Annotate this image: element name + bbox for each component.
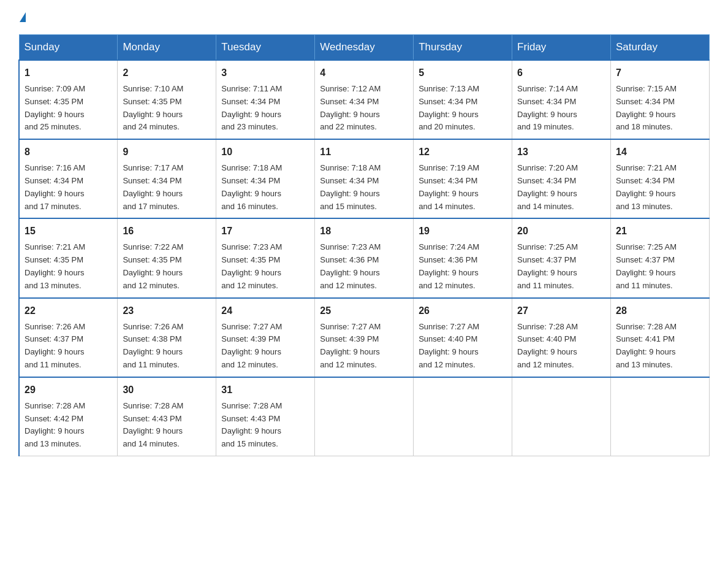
day-number: 7 — [616, 66, 704, 80]
calendar-cell: 2 Sunrise: 7:10 AM Sunset: 4:35 PM Dayli… — [118, 60, 216, 139]
day-info: Sunrise: 7:21 AM Sunset: 4:34 PM Dayligh… — [616, 162, 704, 213]
day-number: 5 — [419, 66, 507, 80]
calendar-cell: 3 Sunrise: 7:11 AM Sunset: 4:34 PM Dayli… — [216, 60, 315, 139]
week-row-4: 22 Sunrise: 7:26 AM Sunset: 4:37 PM Dayl… — [19, 298, 710, 377]
day-info: Sunrise: 7:11 AM Sunset: 4:34 PM Dayligh… — [221, 83, 309, 134]
day-info: Sunrise: 7:09 AM Sunset: 4:35 PM Dayligh… — [25, 83, 112, 134]
day-info: Sunrise: 7:26 AM Sunset: 4:37 PM Dayligh… — [25, 321, 112, 372]
day-info: Sunrise: 7:28 AM Sunset: 4:43 PM Dayligh… — [123, 400, 211, 451]
day-info: Sunrise: 7:21 AM Sunset: 4:35 PM Dayligh… — [25, 241, 112, 292]
calendar-cell: 21 Sunrise: 7:25 AM Sunset: 4:37 PM Dayl… — [611, 218, 710, 297]
day-number: 9 — [123, 145, 211, 159]
calendar-cell — [315, 377, 414, 456]
day-number: 23 — [123, 304, 211, 318]
weekday-header-monday: Monday — [118, 35, 216, 61]
day-number: 27 — [517, 304, 605, 318]
calendar-cell: 5 Sunrise: 7:13 AM Sunset: 4:34 PM Dayli… — [414, 60, 512, 139]
calendar-cell: 29 Sunrise: 7:28 AM Sunset: 4:42 PM Dayl… — [19, 377, 118, 456]
calendar-cell: 17 Sunrise: 7:23 AM Sunset: 4:35 PM Dayl… — [216, 218, 315, 297]
week-row-3: 15 Sunrise: 7:21 AM Sunset: 4:35 PM Dayl… — [19, 218, 710, 297]
calendar-cell — [414, 377, 512, 456]
day-number: 28 — [616, 304, 704, 318]
day-info: Sunrise: 7:16 AM Sunset: 4:34 PM Dayligh… — [25, 162, 112, 213]
day-number: 21 — [616, 224, 704, 239]
day-number: 31 — [221, 383, 309, 397]
day-info: Sunrise: 7:28 AM Sunset: 4:43 PM Dayligh… — [221, 400, 309, 451]
calendar-cell: 30 Sunrise: 7:28 AM Sunset: 4:43 PM Dayl… — [118, 377, 216, 456]
day-info: Sunrise: 7:13 AM Sunset: 4:34 PM Dayligh… — [419, 83, 507, 134]
page-header: Blue — [18, 12, 710, 22]
calendar-cell: 10 Sunrise: 7:18 AM Sunset: 4:34 PM Dayl… — [216, 139, 315, 218]
calendar-cell: 6 Sunrise: 7:14 AM Sunset: 4:34 PM Dayli… — [512, 60, 611, 139]
day-number: 2 — [123, 66, 211, 80]
day-number: 11 — [320, 145, 408, 159]
day-info: Sunrise: 7:27 AM Sunset: 4:40 PM Dayligh… — [419, 321, 507, 372]
day-info: Sunrise: 7:28 AM Sunset: 4:40 PM Dayligh… — [517, 321, 605, 372]
calendar-cell: 16 Sunrise: 7:22 AM Sunset: 4:35 PM Dayl… — [118, 218, 216, 297]
day-info: Sunrise: 7:27 AM Sunset: 4:39 PM Dayligh… — [221, 321, 309, 372]
day-info: Sunrise: 7:24 AM Sunset: 4:36 PM Dayligh… — [419, 241, 507, 292]
weekday-header-sunday: Sunday — [19, 35, 118, 61]
weekday-header-saturday: Saturday — [611, 35, 710, 61]
day-number: 18 — [320, 224, 408, 239]
weekday-header-thursday: Thursday — [414, 35, 512, 61]
calendar-cell: 18 Sunrise: 7:23 AM Sunset: 4:36 PM Dayl… — [315, 218, 414, 297]
calendar-table: SundayMondayTuesdayWednesdayThursdayFrid… — [18, 34, 710, 456]
calendar-cell: 9 Sunrise: 7:17 AM Sunset: 4:34 PM Dayli… — [118, 139, 216, 218]
day-info: Sunrise: 7:28 AM Sunset: 4:42 PM Dayligh… — [25, 400, 112, 451]
day-info: Sunrise: 7:20 AM Sunset: 4:34 PM Dayligh… — [517, 162, 605, 213]
day-info: Sunrise: 7:28 AM Sunset: 4:41 PM Dayligh… — [616, 321, 704, 372]
day-info: Sunrise: 7:18 AM Sunset: 4:34 PM Dayligh… — [221, 162, 309, 213]
calendar-cell: 11 Sunrise: 7:18 AM Sunset: 4:34 PM Dayl… — [315, 139, 414, 218]
calendar-cell: 26 Sunrise: 7:27 AM Sunset: 4:40 PM Dayl… — [414, 298, 512, 377]
calendar-cell: 27 Sunrise: 7:28 AM Sunset: 4:40 PM Dayl… — [512, 298, 611, 377]
logo-triangle-icon — [20, 12, 26, 22]
day-number: 30 — [123, 383, 211, 397]
calendar-cell: 24 Sunrise: 7:27 AM Sunset: 4:39 PM Dayl… — [216, 298, 315, 377]
day-number: 22 — [25, 304, 112, 318]
day-number: 29 — [25, 383, 112, 397]
day-info: Sunrise: 7:10 AM Sunset: 4:35 PM Dayligh… — [123, 83, 211, 134]
day-number: 12 — [419, 145, 507, 159]
day-info: Sunrise: 7:23 AM Sunset: 4:35 PM Dayligh… — [221, 241, 309, 292]
calendar-cell: 20 Sunrise: 7:25 AM Sunset: 4:37 PM Dayl… — [512, 218, 611, 297]
day-number: 14 — [616, 145, 704, 159]
day-info: Sunrise: 7:27 AM Sunset: 4:39 PM Dayligh… — [320, 321, 408, 372]
day-info: Sunrise: 7:23 AM Sunset: 4:36 PM Dayligh… — [320, 241, 408, 292]
week-row-2: 8 Sunrise: 7:16 AM Sunset: 4:34 PM Dayli… — [19, 139, 710, 218]
day-number: 17 — [221, 224, 309, 239]
week-row-1: 1 Sunrise: 7:09 AM Sunset: 4:35 PM Dayli… — [19, 60, 710, 139]
calendar-cell: 14 Sunrise: 7:21 AM Sunset: 4:34 PM Dayl… — [611, 139, 710, 218]
day-info: Sunrise: 7:12 AM Sunset: 4:34 PM Dayligh… — [320, 83, 408, 134]
calendar-cell: 15 Sunrise: 7:21 AM Sunset: 4:35 PM Dayl… — [19, 218, 118, 297]
day-number: 13 — [517, 145, 605, 159]
day-number: 3 — [221, 66, 309, 80]
day-number: 4 — [320, 66, 408, 80]
calendar-cell: 4 Sunrise: 7:12 AM Sunset: 4:34 PM Dayli… — [315, 60, 414, 139]
day-number: 6 — [517, 66, 605, 80]
calendar-cell: 22 Sunrise: 7:26 AM Sunset: 4:37 PM Dayl… — [19, 298, 118, 377]
day-number: 8 — [25, 145, 112, 159]
day-info: Sunrise: 7:25 AM Sunset: 4:37 PM Dayligh… — [517, 241, 605, 292]
calendar-cell: 31 Sunrise: 7:28 AM Sunset: 4:43 PM Dayl… — [216, 377, 315, 456]
day-number: 15 — [25, 224, 112, 239]
day-info: Sunrise: 7:26 AM Sunset: 4:38 PM Dayligh… — [123, 321, 211, 372]
day-number: 16 — [123, 224, 211, 239]
day-info: Sunrise: 7:25 AM Sunset: 4:37 PM Dayligh… — [616, 241, 704, 292]
day-info: Sunrise: 7:19 AM Sunset: 4:34 PM Dayligh… — [419, 162, 507, 213]
weekday-header-tuesday: Tuesday — [216, 35, 315, 61]
logo: Blue — [18, 12, 27, 22]
calendar-cell — [611, 377, 710, 456]
calendar-cell: 8 Sunrise: 7:16 AM Sunset: 4:34 PM Dayli… — [19, 139, 118, 218]
day-info: Sunrise: 7:18 AM Sunset: 4:34 PM Dayligh… — [320, 162, 408, 213]
calendar-cell: 25 Sunrise: 7:27 AM Sunset: 4:39 PM Dayl… — [315, 298, 414, 377]
weekday-header-friday: Friday — [512, 35, 611, 61]
calendar-cell: 19 Sunrise: 7:24 AM Sunset: 4:36 PM Dayl… — [414, 218, 512, 297]
calendar-cell: 1 Sunrise: 7:09 AM Sunset: 4:35 PM Dayli… — [19, 60, 118, 139]
calendar-cell: 7 Sunrise: 7:15 AM Sunset: 4:34 PM Dayli… — [611, 60, 710, 139]
calendar-cell: 28 Sunrise: 7:28 AM Sunset: 4:41 PM Dayl… — [611, 298, 710, 377]
weekday-header-wednesday: Wednesday — [315, 35, 414, 61]
weekday-header-row: SundayMondayTuesdayWednesdayThursdayFrid… — [19, 35, 710, 61]
day-info: Sunrise: 7:15 AM Sunset: 4:34 PM Dayligh… — [616, 83, 704, 134]
calendar-cell — [512, 377, 611, 456]
